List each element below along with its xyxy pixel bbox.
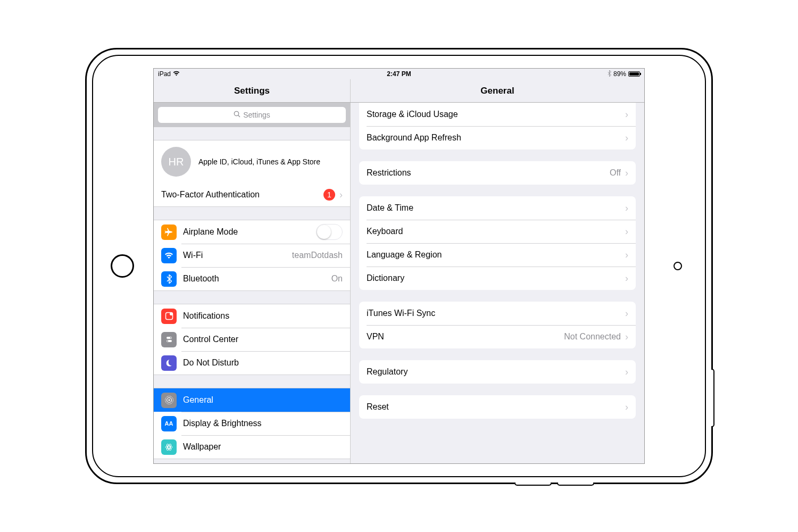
bluetooth-status-icon [608, 70, 611, 78]
svg-point-5 [170, 337, 171, 339]
general-detail-pane: Storage & iCloud Usage › Background App … [351, 103, 644, 463]
bgrefresh-label: Background App Refresh [367, 133, 461, 143]
restrictions-value: Off [610, 168, 621, 178]
settings-sidebar: Settings HR Apple ID, iCloud, iTunes & A… [154, 103, 351, 463]
bluetooth-row[interactable]: Bluetooth On [154, 267, 350, 290]
chevron-right-icon: › [625, 367, 628, 377]
ipad-device-frame: iPad 2:47 PM 89% Settings General [85, 48, 713, 484]
regulatory-row[interactable]: Regulatory › [359, 360, 636, 384]
wallpaper-row[interactable]: Wallpaper [154, 435, 350, 459]
dictionary-row[interactable]: Dictionary › [359, 267, 636, 290]
notifications-label: Notifications [183, 311, 229, 321]
dictionary-label: Dictionary [367, 273, 404, 283]
device-label: iPad [158, 70, 171, 78]
chevron-right-icon: › [625, 168, 628, 178]
status-bar: iPad 2:47 PM 89% [154, 69, 644, 79]
dnd-row[interactable]: Do Not Disturb [154, 351, 350, 375]
moon-icon [161, 355, 177, 371]
chevron-right-icon: › [625, 273, 628, 283]
control-center-label: Control Center [183, 335, 238, 344]
gear-icon [161, 393, 177, 408]
home-button[interactable] [111, 254, 134, 278]
vpn-label: VPN [367, 332, 384, 342]
storage-label: Storage & iCloud Usage [367, 110, 458, 119]
airplane-toggle[interactable] [316, 224, 343, 240]
chevron-right-icon: › [625, 250, 628, 260]
general-row[interactable]: General [154, 388, 350, 412]
battery-icon [628, 71, 640, 77]
storage-row[interactable]: Storage & iCloud Usage › [359, 103, 636, 126]
side-button [711, 369, 714, 427]
itunes-sync-label: iTunes Wi-Fi Sync [367, 309, 435, 318]
wifi-status-icon [173, 71, 180, 77]
chevron-right-icon: › [625, 332, 628, 342]
datetime-row[interactable]: Date & Time › [359, 196, 636, 220]
display-row[interactable]: AA Display & Brightness [154, 412, 350, 435]
search-icon [234, 111, 240, 119]
vpn-row[interactable]: VPN Not Connected › [359, 325, 636, 348]
display-label: Display & Brightness [183, 419, 262, 428]
chevron-right-icon: › [625, 402, 628, 412]
reset-label: Reset [367, 402, 389, 412]
airplane-mode-row[interactable]: Airplane Mode [154, 220, 350, 244]
keyboard-label: Keyboard [367, 227, 403, 236]
notification-badge: 1 [323, 189, 335, 201]
wifi-icon [161, 248, 177, 263]
bgrefresh-row[interactable]: Background App Refresh › [359, 126, 636, 149]
itunes-sync-row[interactable]: iTunes Wi-Fi Sync › [359, 302, 636, 325]
control-center-row[interactable]: Control Center [154, 328, 350, 351]
sidebar-title: Settings [154, 79, 351, 102]
volume-buttons [514, 483, 594, 486]
search-input[interactable]: Settings [158, 107, 346, 123]
svg-point-0 [235, 111, 239, 115]
reset-row[interactable]: Reset › [359, 395, 636, 419]
notifications-icon [161, 309, 177, 324]
bluetooth-label: Bluetooth [183, 274, 219, 284]
chevron-right-icon: › [625, 309, 628, 318]
notifications-row[interactable]: Notifications [154, 304, 350, 328]
chevron-right-icon: › [339, 190, 343, 200]
bluetooth-icon [161, 271, 177, 287]
clock: 2:47 PM [387, 70, 411, 78]
chevron-right-icon: › [625, 227, 628, 236]
restrictions-label: Restrictions [367, 168, 411, 178]
svg-point-7 [167, 340, 168, 342]
front-camera [674, 262, 682, 270]
chevron-right-icon: › [625, 203, 628, 213]
screen: iPad 2:47 PM 89% Settings General [153, 68, 645, 464]
search-placeholder: Settings [243, 111, 270, 119]
wallpaper-label: Wallpaper [183, 442, 221, 452]
airplane-icon [161, 225, 177, 240]
two-factor-row[interactable]: Two-Factor Authentication 1 › [154, 183, 350, 206]
svg-line-1 [238, 115, 240, 117]
wallpaper-icon [161, 439, 177, 455]
wifi-value: teamDotdash [292, 251, 343, 260]
vpn-value: Not Connected [564, 332, 621, 342]
battery-percent: 89% [613, 70, 626, 78]
wifi-row[interactable]: Wi-Fi teamDotdash [154, 244, 350, 267]
datetime-label: Date & Time [367, 203, 413, 213]
svg-point-3 [170, 312, 173, 315]
general-label: General [183, 395, 213, 405]
dnd-label: Do Not Disturb [183, 358, 239, 368]
regulatory-label: Regulatory [367, 367, 408, 377]
svg-point-11 [168, 446, 170, 448]
keyboard-row[interactable]: Keyboard › [359, 220, 636, 243]
detail-title: General [351, 79, 644, 102]
bluetooth-value: On [331, 274, 343, 284]
svg-point-10 [168, 400, 170, 401]
apple-id-row[interactable]: HR Apple ID, iCloud, iTunes & App Store [154, 140, 350, 183]
display-icon: AA [161, 416, 177, 431]
airplane-label: Airplane Mode [183, 227, 238, 237]
chevron-right-icon: › [625, 110, 628, 119]
restrictions-row[interactable]: Restrictions Off › [359, 161, 636, 185]
two-factor-label: Two-Factor Authentication [161, 190, 260, 200]
avatar: HR [161, 147, 191, 177]
chevron-right-icon: › [625, 133, 628, 143]
language-label: Language & Region [367, 250, 442, 260]
wifi-label: Wi-Fi [183, 251, 203, 260]
apple-id-subtitle: Apple ID, iCloud, iTunes & App Store [198, 157, 320, 166]
language-row[interactable]: Language & Region › [359, 243, 636, 267]
control-center-icon [161, 332, 177, 347]
